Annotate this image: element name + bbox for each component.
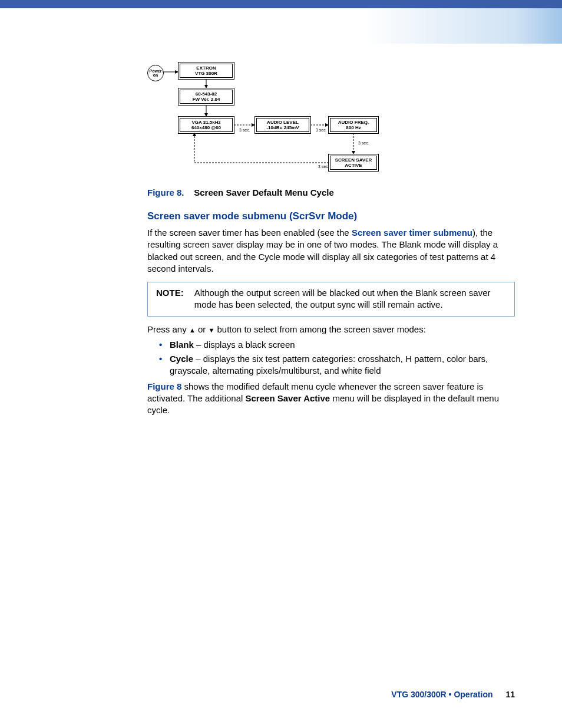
section-heading: Screen saver mode submenu (ScrSvr Mode) bbox=[147, 210, 515, 222]
paragraph-intro: If the screen saver timer has been enabl… bbox=[147, 227, 515, 275]
box-audio-level: AUDIO LEVEL -10dBu 245mV bbox=[256, 118, 309, 132]
up-arrow-icon: ▲ bbox=[189, 326, 196, 333]
paragraph-figure-ref: Figure 8 shows the modified default menu… bbox=[147, 381, 515, 417]
menu-cycle-diagram: Power on EXTRON VTG 300R 60-543-02 FW Ve… bbox=[147, 61, 383, 179]
box-vga: VGA 31.5kHz 640x480 @60 bbox=[180, 118, 233, 132]
mode-options-list: Blank – displays a black screen Cycle – … bbox=[147, 339, 515, 377]
box-firmware: 60-543-02 FW Ver. 2.04 bbox=[180, 90, 233, 104]
box-screen-saver: SCREEN SAVER ACTIVE bbox=[330, 156, 377, 170]
figure-8-link[interactable]: Figure 8 bbox=[147, 381, 181, 391]
note-box: NOTE: Although the output screen will be… bbox=[147, 282, 515, 317]
figure-label: Figure 8. bbox=[147, 187, 184, 197]
option-cycle: Cycle – displays the six test pattern ca… bbox=[159, 353, 515, 377]
screen-saver-timer-link[interactable]: Screen saver timer submenu bbox=[352, 228, 472, 238]
power-on-node: Power on bbox=[147, 65, 164, 81]
page-content: Power on EXTRON VTG 300R 60-543-02 FW Ve… bbox=[0, 44, 562, 416]
box-extron: EXTRON VTG 300R bbox=[180, 64, 233, 78]
down-arrow-icon: ▼ bbox=[208, 326, 214, 333]
delay-label-3: 3 sec. bbox=[358, 141, 369, 146]
box-audio-freq: AUDIO FREQ. 800 Hz bbox=[330, 118, 377, 132]
figure-caption: Figure 8. Screen Saver Default Menu Cycl… bbox=[147, 187, 515, 197]
paragraph-press-any: Press any ▲ or ▼ button to select from a… bbox=[147, 324, 515, 335]
note-label: NOTE: bbox=[156, 287, 184, 311]
delay-label-4: 3 sec. bbox=[318, 164, 329, 169]
figure-title: Screen Saver Default Menu Cycle bbox=[194, 187, 334, 197]
delay-label-2: 3 sec. bbox=[316, 128, 327, 133]
page-header-gradient bbox=[0, 0, 562, 44]
delay-label-1: 3 sec. bbox=[239, 128, 250, 133]
note-text: Although the output screen will be black… bbox=[194, 287, 506, 311]
option-blank: Blank – displays a black screen bbox=[159, 339, 515, 351]
